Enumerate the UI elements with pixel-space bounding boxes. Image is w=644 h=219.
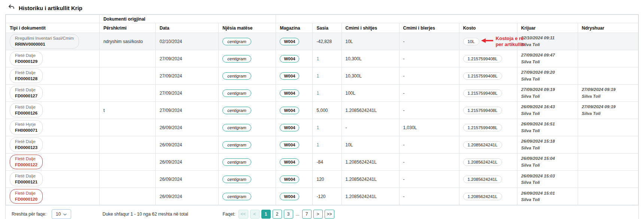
page-button-3[interactable]: 3 <box>284 210 293 219</box>
cost-pill: 1.2157599408L <box>463 72 502 80</box>
warehouse-pill[interactable]: W004 <box>280 176 299 183</box>
page-button-[interactable]: >> <box>325 210 334 219</box>
quantity-value: -120 <box>316 194 325 199</box>
document-code: FD0000129 <box>15 59 37 65</box>
buy-price-cell: - <box>399 188 459 205</box>
unit-pill: centigram <box>222 38 251 45</box>
document-code: FD0000126 <box>15 110 37 116</box>
page-button-[interactable]: > <box>313 210 323 219</box>
cost-pill: 1.2157599408L <box>463 107 502 114</box>
cost-cell: 1.2157599408L <box>459 102 517 119</box>
unit-pill: centigram <box>222 158 251 166</box>
table-row[interactable]: Fletë Dalje FD0000129 27/09/2024 centigr… <box>6 50 638 67</box>
unit-pill: centigram <box>222 141 251 149</box>
warehouse-pill[interactable]: W004 <box>280 38 299 45</box>
document-type-pill[interactable]: Fletë Dalje FD0000120 <box>10 189 43 204</box>
table-row[interactable]: Fletë Dalje FD0000126 t 27/09/2024 centi… <box>6 102 638 119</box>
document-type-label: Fletë Dalje <box>15 70 36 76</box>
buy-price-cell: - <box>399 136 459 153</box>
warehouse-pill[interactable]: W004 <box>280 107 299 114</box>
document-type-pill[interactable]: Fletë Hyrje FH0000071 <box>10 120 43 135</box>
column-header-njesia: Njësia matëse <box>219 23 276 33</box>
chevron-down-icon <box>63 212 67 217</box>
back-button[interactable] <box>7 4 15 12</box>
cost-cell: 1.2085624241L <box>459 171 517 188</box>
changed-cell: 27/09/2024 09:19 Silva Toli <box>582 86 634 100</box>
document-code: FD0000127 <box>15 93 37 99</box>
cost-cell: 1.2085624241L <box>459 136 517 153</box>
created-cell: 26/09/2024 15:18 Silva Toli <box>521 138 574 151</box>
quantity-value: 1 <box>316 125 319 130</box>
pages-label: Faqet: <box>223 212 236 217</box>
table-body: Rregullimi Inventari Sasi/Cmim RRINV0000… <box>6 33 638 205</box>
column-header-pershkrimi: Përshkrimi <box>100 23 156 33</box>
column-header-sasia: Sasia <box>313 23 341 33</box>
created-by: Silva Toli <box>521 93 574 100</box>
document-code: FH0000071 <box>15 128 37 134</box>
quantity-value: 5,000 <box>316 108 328 113</box>
warehouse-pill[interactable]: W004 <box>280 55 299 63</box>
warehouse-pill[interactable]: W004 <box>280 72 299 80</box>
page-button-1[interactable]: 1 <box>261 210 271 219</box>
table-row[interactable]: Fletë Dalje FD0000122 26/09/2024 centigr… <box>6 153 638 171</box>
table-row[interactable]: Fletë Dalje FD0000128 27/09/2024 centigr… <box>6 67 638 85</box>
document-type-pill[interactable]: Fletë Dalje FD0000122 <box>10 155 43 169</box>
buy-price-cell: - <box>399 85 459 102</box>
created-by: Silva Toli <box>521 128 574 134</box>
cost-pill: 1.2157599408L <box>463 124 502 131</box>
cost-cell: 1.2085624241L <box>459 188 517 205</box>
table-row[interactable]: Fletë Dalje FD0000120 26/09/2024 centigr… <box>6 188 638 205</box>
created-cell: 02/10/2024 09:11 Silva Toli <box>521 35 574 48</box>
cost-pill: 1.2085624241L <box>463 176 502 183</box>
page-button-2[interactable]: 2 <box>273 210 282 219</box>
warehouse-pill[interactable]: W004 <box>280 193 299 200</box>
sell-price-cell: 10L <box>341 136 399 153</box>
unit-pill: centigram <box>222 89 251 97</box>
document-type-pill[interactable]: Fletë Dalje FD0000123 <box>10 137 43 152</box>
table-row[interactable]: Fletë Dalje FD0000121 26/09/2024 centigr… <box>6 171 638 188</box>
table-row[interactable]: Fletë Dalje FD0000123 26/09/2024 centigr… <box>6 136 638 153</box>
document-type-pill[interactable]: Fletë Dalje FD0000126 <box>10 103 43 118</box>
sell-price-cell: 100L <box>341 85 399 102</box>
table-row[interactable]: Rregullimi Inventari Sasi/Cmim RRINV0000… <box>6 33 638 50</box>
column-header-cmimi-shitjes: Cmimi i shitjes <box>341 23 399 33</box>
quantity-value: 1 <box>316 91 319 96</box>
description-cell <box>100 153 156 171</box>
created-by: Silva Toli <box>521 179 574 186</box>
warehouse-pill[interactable]: W004 <box>280 141 299 149</box>
cost-cell: 1.2157599408L <box>459 85 517 102</box>
buy-price-cell: - <box>399 102 459 119</box>
date-cell: 27/09/2024 <box>156 50 219 67</box>
page-header: Historiku i artikullit Krip <box>0 0 644 14</box>
table-row[interactable]: Fletë Dalje FD0000127 27/09/2024 centigr… <box>6 85 638 102</box>
description-cell <box>100 85 156 102</box>
document-type-pill[interactable]: Fletë Dalje FD0000129 <box>10 51 43 66</box>
created-date: 27/09/2024 09:47 <box>521 52 574 58</box>
document-type-pill[interactable]: Fletë Dalje FD0000128 <box>10 69 43 83</box>
rows-per-page-select[interactable]: 10 <box>52 209 71 219</box>
created-cell: 26/09/2024 16:51 Silva Toli <box>521 121 574 134</box>
document-type-pill[interactable]: Rregullimi Inventari Sasi/Cmim RRINV0000… <box>10 34 79 49</box>
created-by: Silva Toli <box>521 197 574 203</box>
cost-cell: 10L Kostoja e re per artikullin <box>459 33 517 50</box>
quantity-value: -42,828 <box>316 39 332 44</box>
page-title: Historiku i artikullit Krip <box>19 5 82 11</box>
table-row[interactable]: Fletë Hyrje FH0000071 26/09/2024 centigr… <box>6 119 638 136</box>
page-button-7[interactable]: 7 <box>302 210 312 219</box>
changed-by: Silva Toli <box>582 93 634 100</box>
buy-price-cell: - <box>399 67 459 85</box>
warehouse-pill[interactable]: W004 <box>280 158 299 166</box>
page-button-: < <box>250 210 259 219</box>
document-type-pill[interactable]: Fletë Dalje FD0000127 <box>10 86 43 100</box>
warehouse-pill[interactable]: W004 <box>280 124 299 131</box>
sell-price-cell: 1.2085624241L <box>341 188 399 205</box>
document-type-pill[interactable]: Fletë Dalje FD0000121 <box>10 172 43 186</box>
created-date: 27/09/2024 09:20 <box>521 69 574 76</box>
document-type-label: Rregullimi Inventari Sasi/Cmim <box>15 36 74 42</box>
description-cell <box>100 67 156 85</box>
document-type-label: Fletë Hyrje <box>15 122 36 128</box>
cost-cell: 1.2157599408L <box>459 119 517 136</box>
description-cell <box>100 119 156 136</box>
created-by: Silva Toli <box>521 76 574 82</box>
warehouse-pill[interactable]: W004 <box>280 89 299 97</box>
